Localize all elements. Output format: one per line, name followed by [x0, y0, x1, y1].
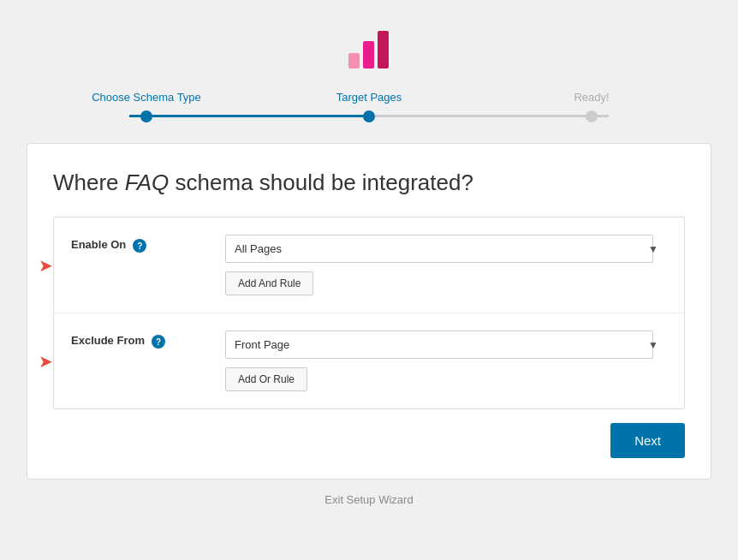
svg-rect-1	[363, 41, 374, 69]
title-prefix: Where	[53, 170, 125, 195]
title-italic: FAQ	[125, 170, 170, 195]
arrow-enable-on: ➤	[39, 255, 53, 276]
exclude-from-content: Front Page Homepage All Pages Specific P…	[208, 313, 684, 408]
exclude-from-label: Exclude From	[71, 334, 145, 347]
enable-on-row: ➤ Enable On ? All Pages Specific Pages H…	[54, 217, 684, 313]
stepper-dot-2	[363, 110, 375, 122]
rules-table: ➤ Enable On ? All Pages Specific Pages H…	[53, 217, 685, 409]
svg-rect-2	[378, 31, 389, 69]
enable-on-content: All Pages Specific Pages Homepage Front …	[208, 217, 684, 313]
next-btn-row: Next	[53, 423, 685, 458]
svg-rect-0	[348, 53, 360, 69]
exclude-from-select-wrapper: Front Page Homepage All Pages Specific P…	[225, 331, 667, 359]
top-area: Choose Schema Type Target Pages Ready!	[0, 0, 738, 143]
stepper-dot-1	[140, 110, 152, 122]
next-button[interactable]: Next	[610, 423, 685, 458]
add-and-rule-button[interactable]: Add And Rule	[225, 271, 313, 295]
step-label-2: Target Pages	[336, 91, 402, 104]
arrow-exclude-from: ➤	[39, 351, 53, 372]
enable-on-label-cell: ➤ Enable On ?	[54, 217, 208, 313]
enable-on-label: Enable On	[71, 238, 126, 251]
stepper-step-3: Ready!	[506, 91, 677, 122]
exclude-from-select[interactable]: Front Page Homepage All Pages Specific P…	[225, 331, 653, 359]
stepper-step-2: Target Pages	[283, 91, 455, 122]
step-label-1: Choose Schema Type	[92, 91, 201, 104]
enable-on-help-icon[interactable]: ?	[133, 239, 146, 253]
stepper: Choose Schema Type Target Pages Ready!	[61, 91, 677, 122]
step-label-3: Ready!	[574, 91, 609, 104]
exclude-from-label-cell: ➤ Exclude From ?	[54, 313, 208, 408]
main-card: Where FAQ schema should be integrated? ➤…	[27, 143, 711, 480]
enable-on-select[interactable]: All Pages Specific Pages Homepage Front …	[225, 235, 653, 263]
stepper-step-1: Choose Schema Type	[61, 91, 232, 122]
title-suffix: schema should be integrated?	[169, 170, 473, 195]
exit-setup-wizard-link[interactable]: Exit Setup Wizard	[324, 493, 413, 506]
exclude-from-row: ➤ Exclude From ? Front Page Homepage All…	[54, 313, 684, 408]
enable-on-select-wrapper: All Pages Specific Pages Homepage Front …	[225, 235, 667, 263]
stepper-dot-3	[586, 110, 598, 122]
logo	[347, 26, 391, 70]
exclude-from-help-icon[interactable]: ?	[152, 335, 165, 349]
page-title: Where FAQ schema should be integrated?	[53, 170, 685, 196]
add-or-rule-button[interactable]: Add Or Rule	[225, 367, 307, 391]
stepper-steps: Choose Schema Type Target Pages Ready!	[61, 91, 677, 122]
